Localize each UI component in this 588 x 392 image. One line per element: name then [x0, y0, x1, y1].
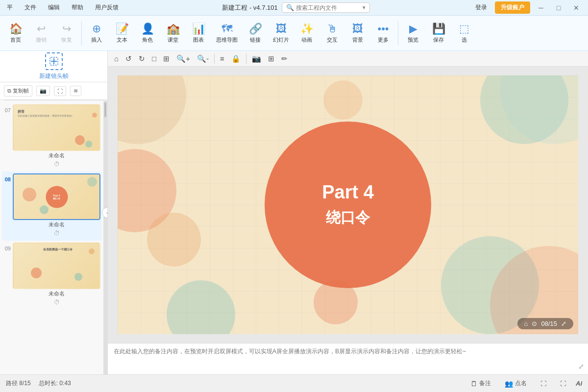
slide-item-09[interactable]: 09 全员投票选一个绕口令 未命名 ⏱	[2, 241, 101, 310]
fit-icon: ⛶	[540, 380, 546, 387]
slide-08-bubble-tr	[87, 177, 97, 187]
toolbar-animation[interactable]: ✨ 动画	[295, 18, 318, 49]
toolbar-mindmap[interactable]: 🗺 思维导图	[212, 18, 242, 49]
role-icon: 👤	[141, 23, 154, 35]
slide-08-bubble-left	[23, 188, 36, 201]
camera-icon: 📷	[40, 88, 47, 94]
canvas-toolbar: ⌂ ↺ ↻ □ ⊞ 🔍+ 🔍- ≡ 🔒 📷 ⊞ ✏	[108, 51, 588, 67]
menu-help[interactable]: 帮助	[70, 2, 85, 13]
slide-07-bubble3	[92, 113, 97, 118]
toolbar-chart[interactable]: 📊 图表	[187, 18, 210, 49]
search-icon: 🔍	[286, 4, 294, 11]
slideshow-icon: 🖼	[276, 23, 287, 35]
canvas-toolbar-sep2	[246, 54, 246, 64]
canvas-list-icon[interactable]: ≡	[218, 53, 227, 64]
toolbar-slideshow[interactable]: 🖼 幻灯片	[269, 18, 293, 49]
toolbar-select[interactable]: ⬚ 选	[452, 18, 476, 49]
canvas-copy-icon[interactable]: ⊞	[161, 53, 172, 64]
background-label: 背景	[352, 36, 363, 44]
search-box[interactable]: 🔍 ▼	[282, 2, 370, 13]
role-label: 角色	[142, 36, 153, 44]
more-options-button[interactable]: ≋	[70, 86, 81, 96]
canvas-rotate-icon[interactable]: ↺	[123, 53, 134, 64]
bg-bubble-topleft	[118, 75, 186, 144]
minimize-button[interactable]: ─	[534, 4, 548, 12]
new-frame-button[interactable]: 新建镜头帧	[0, 51, 107, 82]
canvas-wrapper[interactable]: Part 4 绕口令 ⌂ ⊙ 08/15 ⤢	[108, 67, 588, 343]
canvas-grid-icon[interactable]: ⊞	[266, 53, 277, 64]
statusbar-right: 🗒 备注 👥 点名 ⛶ ⛶ Ai	[466, 378, 582, 389]
toolbar-undo[interactable]: ↩ 撤销	[29, 18, 53, 49]
fit-button[interactable]: ⛶	[537, 379, 550, 389]
search-input[interactable]	[296, 4, 360, 11]
login-button[interactable]: 登录	[471, 2, 491, 13]
titlebar: 平 文件 编辑 帮助 用户反馈 新建工程 - v4.7.101 🔍 ▼ 登录 升…	[0, 0, 588, 16]
interact-label: 交互	[327, 36, 338, 44]
ai-label[interactable]: Ai	[576, 380, 582, 387]
slide-item-08[interactable]: 08 Part 4 绕口令	[2, 172, 101, 241]
slide-timer-icon-08: ⏱	[54, 230, 60, 237]
slide-icon-row-09: ⏱	[13, 298, 100, 308]
statusbar: 路径 8/15 总时长: 0:43 🗒 备注 👥 点名 ⛶ ⛶ Ai	[0, 374, 588, 392]
canvas-zoom-in-icon[interactable]: 🔍+	[174, 53, 193, 64]
callname-button[interactable]: 👥 点名	[501, 378, 531, 389]
slide-list: 07 拼音 在此处输入该道路关联的描述，增加学生对拼音的...	[0, 100, 103, 374]
redo-icon: ↪	[62, 23, 71, 35]
menu-ping[interactable]: 平	[5, 2, 15, 13]
counter-circle-icon: ⊙	[532, 320, 537, 327]
notes-toggle-button[interactable]: 🗒 备注	[466, 378, 495, 389]
expand-view-button[interactable]: ⛶	[54, 86, 66, 96]
slide-08-main-bubble: Part 4 绕口令	[46, 186, 68, 208]
slide-item-07[interactable]: 07 拼音 在此处输入该道路关联的描述，增加学生对拼音的...	[2, 102, 101, 172]
notes-input[interactable]	[114, 347, 582, 370]
canvas-edit-icon[interactable]: ✏	[279, 53, 290, 64]
menu-file[interactable]: 文件	[23, 2, 38, 13]
close-button[interactable]: ✕	[569, 4, 583, 12]
toolbar-more[interactable]: ••• 更多	[371, 18, 395, 49]
canvas-rotate-cw-icon[interactable]: ↻	[136, 53, 147, 64]
slide-num-07: 07	[3, 107, 11, 113]
copy-frame-label: 复制帧	[13, 87, 29, 95]
toolbar-insert[interactable]: ⊕ 插入	[85, 18, 108, 49]
chart-icon: 📊	[192, 23, 205, 35]
undo-label: 撤销	[36, 36, 47, 44]
canvas-square-icon[interactable]: □	[149, 53, 159, 64]
toolbar-home[interactable]: 🏠 首页	[4, 18, 27, 49]
titlebar-right: 登录 升级账户 ─ □ ✕	[471, 1, 583, 14]
slide-09-bubble2	[74, 273, 82, 281]
copy-frame-button[interactable]: ⧉ 复制帧	[4, 85, 32, 97]
search-dropdown-icon[interactable]: ▼	[362, 5, 367, 10]
slide-thumb-07: 拼音 在此处输入该道路关联的描述，增加学生对拼音的...	[13, 104, 100, 151]
counter-expand-icon[interactable]: ⤢	[561, 320, 566, 327]
slide-09-bubble3	[89, 248, 95, 254]
toolbar-redo[interactable]: ↪ 恢复	[55, 18, 78, 49]
fullscreen-button[interactable]: ⛶	[556, 379, 570, 389]
new-frame-plus-icon	[45, 52, 63, 70]
toolbar-background[interactable]: 🖼 背景	[346, 18, 369, 49]
upgrade-button[interactable]: 升级账户	[495, 1, 530, 14]
menu-feedback[interactable]: 用户反馈	[93, 2, 121, 13]
canvas-home-icon[interactable]: ⌂	[112, 53, 121, 64]
toolbar-preview[interactable]: ▶ 预览	[401, 18, 425, 49]
toolbar-interact[interactable]: 🖱 交互	[320, 18, 344, 49]
notes-expand-icon[interactable]: ⤢	[578, 363, 584, 370]
toolbar-save[interactable]: 💾 保存	[427, 18, 450, 49]
menu-edit[interactable]: 编辑	[46, 2, 62, 13]
canvas-camera-icon[interactable]: 📷	[249, 53, 264, 64]
toolbar-classroom[interactable]: 🏫 课堂	[161, 18, 185, 49]
slideshow-label: 幻灯片	[273, 36, 289, 44]
slide-path: 路径 8/15	[6, 379, 31, 388]
chart-label: 图表	[193, 36, 204, 44]
screenshot-button[interactable]: 📷	[36, 86, 50, 96]
canvas-lock-icon[interactable]: 🔒	[229, 53, 243, 64]
statusbar-left: 路径 8/15 总时长: 0:43	[6, 379, 71, 388]
toolbar-role[interactable]: 👤 角色	[136, 18, 159, 49]
canvas-zoom-out-icon[interactable]: 🔍-	[195, 53, 211, 64]
toolbar-link[interactable]: 🔗 链接	[244, 18, 267, 49]
slide-timer-icon-07: ⏱	[54, 161, 60, 168]
maximize-button[interactable]: □	[552, 4, 565, 12]
toolbar-text[interactable]: 📝 文本	[110, 18, 134, 49]
animation-label: 动画	[301, 36, 312, 44]
save-label: 保存	[433, 36, 444, 44]
fullscreen-icon: ⛶	[560, 380, 566, 387]
